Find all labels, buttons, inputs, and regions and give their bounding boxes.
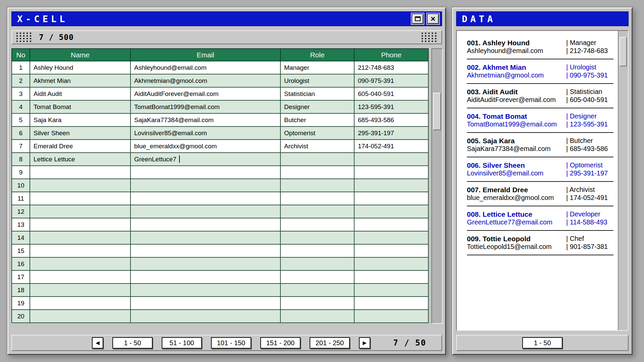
cell-email-row-7[interactable]: blue_emeraldxx@gmool.com [130, 140, 280, 153]
cell-email-row-20[interactable] [130, 310, 280, 323]
cell-email-row-6[interactable]: Lovinsilver85@email.com [130, 126, 280, 140]
cell-phone-row-18[interactable] [354, 283, 428, 297]
cell-name-row-2[interactable]: Akhmet Mian [30, 74, 130, 87]
cell-role-row-19[interactable] [280, 297, 354, 310]
page-button-201-250[interactable]: 201 - 250 [310, 337, 350, 349]
cell-email-row-19[interactable] [130, 297, 280, 310]
cell-role-row-11[interactable] [280, 192, 354, 205]
cell-email-row-14[interactable] [130, 231, 280, 244]
cell-name-row-18[interactable] [30, 283, 130, 297]
cell-phone-row-20[interactable] [354, 310, 428, 323]
cell-role-row-6[interactable]: Optomerist [280, 126, 354, 140]
cell-email-row-4[interactable]: TomatBomat1999@email.com [130, 100, 280, 113]
cell-no-row-12[interactable]: 12 [12, 205, 30, 218]
cell-role-row-1[interactable]: Manager [280, 61, 354, 74]
cell-name-row-7[interactable]: Emerald Dree [30, 140, 130, 153]
cell-name-row-13[interactable] [30, 218, 130, 231]
cell-no-row-13[interactable]: 13 [12, 218, 30, 231]
cell-phone-row-10[interactable] [354, 179, 428, 192]
cell-no-row-6[interactable]: 6 [12, 126, 30, 140]
cell-email-row-18[interactable] [130, 283, 280, 297]
cell-role-row-18[interactable] [280, 283, 354, 297]
cell-email-row-3[interactable]: AiditAuditForever@email.com [130, 87, 280, 100]
cell-name-row-3[interactable]: Aidit Audit [30, 87, 130, 100]
cell-name-row-8[interactable]: Lettice Lettuce [30, 153, 130, 166]
data-page-button[interactable]: 1 - 50 [522, 337, 562, 349]
cell-phone-row-13[interactable] [354, 218, 428, 231]
cell-no-row-3[interactable]: 3 [12, 87, 30, 100]
cell-phone-row-19[interactable] [354, 297, 428, 310]
cell-no-row-19[interactable]: 19 [12, 297, 30, 310]
next-page-button[interactable]: ▶ [359, 337, 370, 349]
cell-email-row-12[interactable] [130, 205, 280, 218]
page-button-1-50[interactable]: 1 - 50 [112, 337, 153, 349]
cell-no-row-18[interactable]: 18 [12, 283, 30, 297]
cell-phone-row-14[interactable] [354, 231, 428, 244]
cell-email-row-16[interactable] [130, 257, 280, 270]
cell-phone-row-16[interactable] [354, 257, 428, 270]
page-button-101-150[interactable]: 101 - 150 [211, 337, 251, 349]
cell-no-row-9[interactable]: 9 [12, 166, 30, 179]
close-button[interactable]: ✕ [427, 13, 439, 24]
table-scrollbar[interactable] [431, 48, 443, 324]
cell-email-row-8[interactable]: GreenLettuce7 [130, 153, 280, 166]
cell-name-row-14[interactable] [30, 231, 130, 244]
cell-email-row-5[interactable]: SajaKara77384@email.com [130, 113, 280, 126]
cell-name-row-10[interactable] [30, 179, 130, 192]
cell-no-row-11[interactable]: 11 [12, 192, 30, 205]
cell-role-row-8[interactable] [280, 153, 354, 166]
cell-no-row-7[interactable]: 7 [12, 140, 30, 153]
cell-no-row-16[interactable]: 16 [12, 257, 30, 270]
cell-email-row-10[interactable] [130, 179, 280, 192]
cell-role-row-15[interactable] [280, 244, 354, 257]
maximize-button[interactable] [412, 13, 424, 24]
page-button-151-200[interactable]: 151 - 200 [260, 337, 301, 349]
cell-role-row-3[interactable]: Statistician [280, 87, 354, 100]
cell-phone-row-3[interactable]: 605-040-591 [354, 87, 428, 100]
cell-phone-row-5[interactable]: 685-493-586 [354, 113, 428, 126]
cell-email-row-11[interactable] [130, 192, 280, 205]
cell-role-row-4[interactable]: Designer [280, 100, 354, 113]
cell-name-row-17[interactable] [30, 270, 130, 283]
cell-phone-row-7[interactable]: 174-052-491 [354, 140, 428, 153]
cell-role-row-9[interactable] [280, 166, 354, 179]
xcell-titlebar[interactable]: X-CELL ✕ [11, 11, 442, 26]
grid-handle-icon[interactable] [421, 32, 437, 42]
cell-phone-row-1[interactable]: 212-748-683 [354, 61, 428, 74]
cell-name-row-1[interactable]: Ashley Hound [30, 61, 130, 74]
cell-phone-row-2[interactable]: 090-975-391 [354, 74, 428, 87]
cell-phone-row-9[interactable] [354, 166, 428, 179]
data-list-scrollbar[interactable] [618, 31, 628, 330]
cell-no-row-14[interactable]: 14 [12, 231, 30, 244]
cell-no-row-15[interactable]: 15 [12, 244, 30, 257]
cell-name-row-6[interactable]: Silver Sheen [30, 126, 130, 140]
cell-email-row-17[interactable] [130, 270, 280, 283]
cell-no-row-2[interactable]: 2 [12, 74, 30, 87]
cell-role-row-16[interactable] [280, 257, 354, 270]
cell-no-row-20[interactable]: 20 [12, 310, 30, 323]
cell-no-row-4[interactable]: 4 [12, 100, 30, 113]
cell-role-row-13[interactable] [280, 218, 354, 231]
cell-role-row-14[interactable] [280, 231, 354, 244]
grid-handle-icon[interactable] [16, 32, 32, 42]
cell-no-row-1[interactable]: 1 [12, 61, 30, 74]
cell-phone-row-4[interactable]: 123-595-391 [354, 100, 428, 113]
cell-role-row-7[interactable]: Archivist [280, 140, 354, 153]
cell-no-row-8[interactable]: 8 [12, 153, 30, 166]
cell-name-row-9[interactable] [30, 166, 130, 179]
cell-email-row-15[interactable] [130, 244, 280, 257]
cell-role-row-5[interactable]: Butcher [280, 113, 354, 126]
cell-role-row-2[interactable]: Urologist [280, 74, 354, 87]
cell-phone-row-11[interactable] [354, 192, 428, 205]
cell-name-row-5[interactable]: Saja Kara [30, 113, 130, 126]
cell-email-row-2[interactable]: Akhmetmian@gmool.com [130, 74, 280, 87]
cell-phone-row-12[interactable] [354, 205, 428, 218]
data-list-scrollbar-thumb[interactable] [620, 37, 627, 66]
cell-phone-row-6[interactable]: 295-391-197 [354, 126, 428, 140]
cell-email-row-1[interactable]: Ashleyhound@email.com [130, 61, 280, 74]
cell-name-row-16[interactable] [30, 257, 130, 270]
cell-role-row-10[interactable] [280, 179, 354, 192]
page-button-51-100[interactable]: 51 - 100 [162, 337, 202, 349]
cell-role-row-12[interactable] [280, 205, 354, 218]
cell-name-row-20[interactable] [30, 310, 130, 323]
